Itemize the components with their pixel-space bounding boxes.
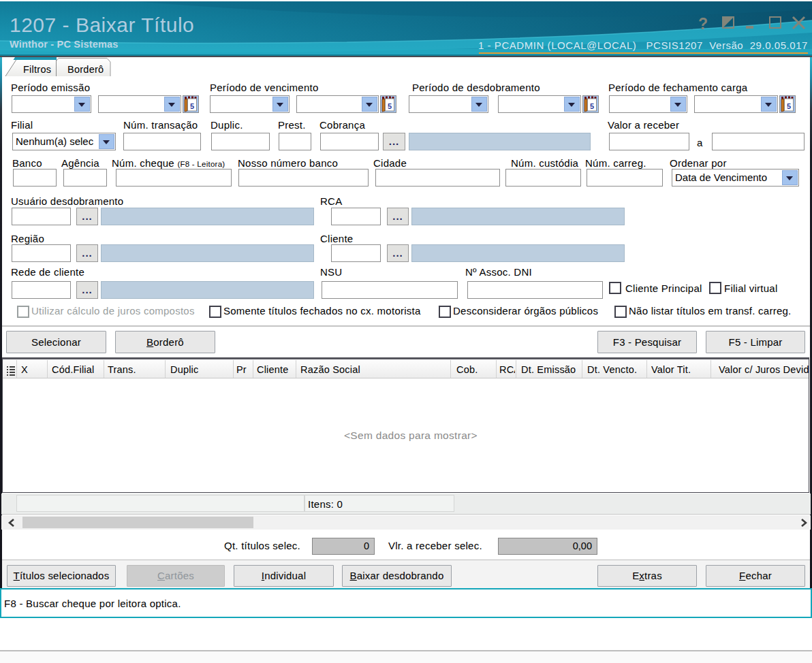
svg-text:?: ? xyxy=(698,15,708,31)
svg-text:5: 5 xyxy=(787,102,791,110)
svg-text:5: 5 xyxy=(190,102,194,110)
svg-text:5: 5 xyxy=(388,102,392,110)
svg-text:5: 5 xyxy=(590,102,594,110)
